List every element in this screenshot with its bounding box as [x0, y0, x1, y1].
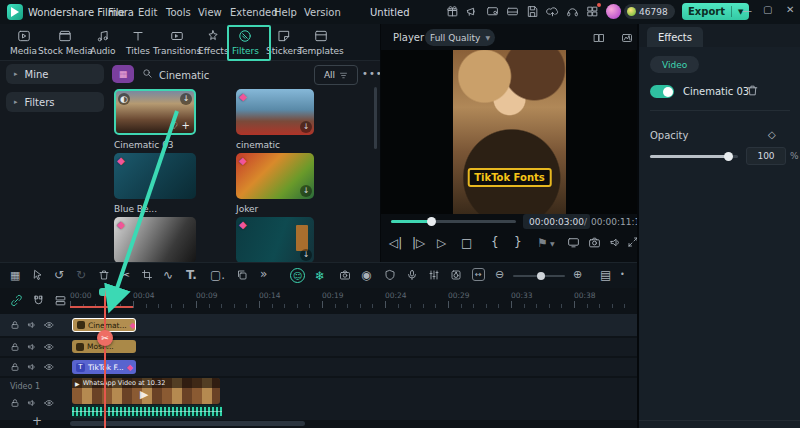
video-section-pill[interactable]: Video	[650, 56, 699, 73]
tab-audio[interactable]: Audio	[90, 29, 116, 56]
menu-extended[interactable]: Extended	[230, 7, 278, 18]
filter-thumb-joker[interactable]: ◆ ↓	[236, 153, 314, 199]
add-to-timeline-icon[interactable]: +	[182, 121, 190, 131]
menu-view[interactable]: View	[198, 7, 222, 18]
download-icon[interactable]: ↓	[300, 185, 312, 197]
tab-stickers[interactable]: Stickers	[266, 29, 302, 56]
more-tools-icon[interactable]: »	[260, 268, 267, 280]
zoom-out-icon[interactable]: ⊖	[495, 269, 504, 280]
headset-icon[interactable]	[566, 5, 579, 18]
maximize-button[interactable]: ▢	[763, 5, 772, 15]
marker-chevron-icon[interactable]: ▼	[550, 240, 555, 247]
mic-icon[interactable]	[406, 269, 418, 281]
quality-dropdown[interactable]: Full Quality ▼	[425, 29, 495, 46]
favorite-icon[interactable]: ♡	[170, 122, 178, 131]
tab-effects[interactable]: Effects	[198, 29, 229, 56]
effects-tab[interactable]: Effects	[647, 27, 703, 47]
layout-grid-icon[interactable]: ▦	[10, 270, 20, 281]
download-icon[interactable]: ↓	[180, 93, 192, 105]
screen-record-icon[interactable]	[486, 5, 499, 18]
library-scrollbar[interactable]	[374, 87, 377, 149]
filter-thumb-blue[interactable]: ◆	[114, 153, 196, 199]
opacity-value-box[interactable]: 100	[746, 147, 786, 165]
gift-icon[interactable]	[446, 5, 459, 18]
sidebar-item-mine[interactable]: ▸ Mine	[6, 64, 104, 84]
zoom-in-icon[interactable]: ⊕	[573, 269, 582, 280]
more-options-button[interactable]: •••	[362, 69, 381, 79]
snapshot-camera-button[interactable]	[588, 236, 601, 249]
text-tool-icon[interactable]: T.	[186, 269, 197, 281]
lock-icon[interactable]	[10, 320, 20, 330]
copy-icon[interactable]	[236, 269, 248, 281]
snapshot-icon[interactable]	[339, 269, 351, 281]
mute-speaker-icon[interactable]	[27, 362, 37, 372]
magnet-icon[interactable]	[32, 294, 45, 307]
close-button[interactable]: ✕	[786, 5, 794, 15]
lock-icon[interactable]	[10, 362, 20, 372]
tab-templates[interactable]: Templates	[298, 29, 344, 56]
stop-button[interactable]: □	[461, 236, 472, 250]
playhead-head[interactable]	[99, 288, 111, 296]
motion-tracking-icon[interactable]: ❄	[315, 269, 325, 283]
mute-speaker-icon[interactable]	[27, 398, 37, 408]
play-button[interactable]: ▷	[437, 236, 446, 250]
filter-thumb-mono[interactable]: ◆	[114, 217, 196, 262]
timeline-ruler[interactable]: 00:00 00:04 00:09 00:14 00:19 00:24 00:2…	[70, 288, 637, 312]
panel-icon[interactable]	[506, 5, 519, 18]
previous-frame-button[interactable]: ◁|	[389, 236, 402, 250]
speed-ramp-icon[interactable]: ∿	[163, 269, 173, 281]
eye-icon[interactable]	[44, 320, 54, 330]
mixer-icon[interactable]	[428, 269, 440, 281]
opacity-slider[interactable]	[650, 155, 738, 158]
cursor-icon[interactable]	[32, 269, 44, 281]
delete-effect-icon[interactable]	[746, 84, 759, 97]
player-scrubber[interactable]	[391, 220, 516, 223]
tab-stock-media[interactable]: Stock Media	[38, 29, 93, 56]
menu-tools[interactable]: Tools	[166, 7, 191, 18]
cloud-upload-icon[interactable]	[546, 5, 559, 18]
split-view-icon[interactable]	[593, 32, 605, 44]
lock-icon[interactable]	[10, 398, 20, 408]
save-icon[interactable]	[526, 5, 539, 18]
minimize-button[interactable]: —	[742, 6, 752, 16]
crop-icon[interactable]	[141, 269, 153, 281]
tab-media[interactable]: Media	[10, 29, 37, 56]
playhead[interactable]	[104, 288, 106, 428]
download-icon[interactable]: ↓	[300, 121, 312, 133]
megaphone-icon[interactable]	[466, 5, 479, 18]
compare-icon[interactable]: ◐	[118, 93, 130, 105]
mark-in-button[interactable]: {	[491, 235, 499, 249]
avatar[interactable]	[606, 4, 621, 19]
layers-icon[interactable]	[54, 294, 67, 307]
marker-button[interactable]: ⚑	[537, 236, 548, 250]
split-at-playhead-button[interactable]: ✂	[97, 330, 113, 346]
link-clips-icon[interactable]	[10, 294, 23, 307]
clip-audio-waveform[interactable]	[72, 405, 222, 418]
export-button[interactable]: Export ▼	[682, 3, 749, 20]
audio-device-icon[interactable]	[450, 269, 462, 281]
clip-video[interactable]: ▶ WhatsApp Video at 10.32 ▶	[72, 378, 220, 404]
tab-transitions[interactable]: Transitions	[153, 29, 201, 56]
menu-edit[interactable]: Edit	[138, 7, 157, 18]
next-frame-button[interactable]: |▷	[412, 236, 425, 250]
filter-thumb-cyber[interactable]: ◆ ↓	[236, 217, 314, 262]
record-icon[interactable]: ◉	[361, 269, 371, 281]
scopes-icon[interactable]	[621, 32, 633, 44]
volume-button[interactable]	[609, 236, 622, 249]
opacity-slider-handle[interactable]	[724, 152, 733, 161]
track-manager-icon[interactable]: ▤	[600, 269, 611, 281]
search-input[interactable]	[157, 65, 291, 85]
trash-icon[interactable]	[98, 269, 110, 281]
eye-icon[interactable]	[44, 398, 54, 408]
zoom-slider-handle[interactable]	[537, 272, 545, 280]
my-filters-button[interactable]: ▦	[112, 65, 134, 83]
coins-badge[interactable]: 46798	[624, 4, 675, 19]
undo-icon[interactable]: ↺	[54, 269, 64, 281]
mark-out-button[interactable]: }	[514, 235, 522, 249]
ai-portrait-icon[interactable]: ☺	[290, 268, 305, 283]
sidebar-item-filters[interactable]: ▸ Filters	[6, 92, 104, 112]
add-track-button[interactable]: +	[32, 415, 42, 427]
split-scissors-icon[interactable]: ✂	[120, 269, 130, 281]
display-device-button[interactable]	[567, 236, 580, 249]
apps-grid-icon[interactable]	[586, 5, 599, 18]
